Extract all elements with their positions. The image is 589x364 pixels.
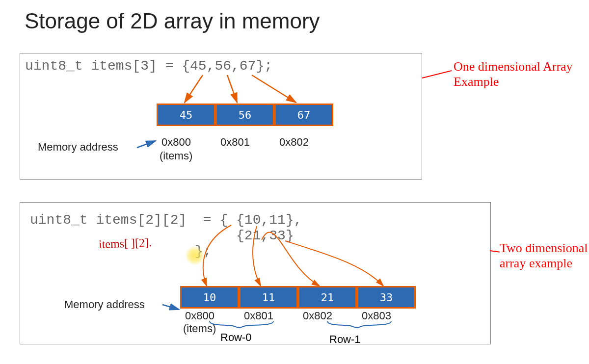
svg-line-3 — [137, 141, 156, 148]
addr-2: 0x802 — [276, 136, 335, 149]
cells-2d: 10 11 21 33 — [180, 286, 416, 309]
cursor-highlight — [185, 246, 205, 265]
example-2d-panel: uint8_t items[2][2] = { {10,11}, {21,33}… — [20, 202, 491, 344]
slide-title: Storage of 2D array in memory — [25, 9, 589, 33]
cell-0: 45 — [157, 104, 215, 126]
callout-1d: One dimensional Array Example — [454, 59, 573, 89]
addresses-1d: 0x800 0x801 0x802 — [159, 136, 335, 149]
callout-1d-line — [422, 70, 452, 78]
cell2-0: 10 — [180, 286, 239, 309]
svg-line-4 — [162, 305, 179, 310]
items-note-1: (items) — [160, 150, 192, 162]
svg-line-2 — [252, 75, 296, 103]
cell2-1: 11 — [239, 286, 298, 309]
svg-line-1 — [227, 75, 237, 103]
cell2-3: 33 — [357, 286, 416, 309]
addr-1: 0x801 — [217, 136, 276, 149]
cell-2: 67 — [274, 104, 333, 126]
code-1d: uint8_t items[3] = {45,56,67}; — [25, 58, 272, 74]
svg-line-0 — [185, 75, 203, 103]
callout-2d-line — [490, 250, 500, 252]
cell2-2: 21 — [298, 286, 357, 309]
code-2d-line1: uint8_t items[2][2] = { {10,11}, — [30, 212, 302, 228]
row-1-label: Row-1 — [329, 333, 361, 346]
example-1d-panel: uint8_t items[3] = {45,56,67}; 45 56 67 … — [20, 53, 422, 180]
code-2d-line2: {21,33} — [30, 228, 294, 243]
cells-1d: 45 56 67 — [157, 104, 333, 126]
cell-1: 56 — [215, 104, 274, 126]
callout-2d: Two dimensional array example — [500, 240, 588, 271]
handwriting-annotation: items[ ][2]. — [99, 236, 152, 251]
row-0-label: Row-0 — [220, 331, 252, 344]
memory-address-label-1: Memory address — [38, 141, 118, 154]
addr-0: 0x800 — [159, 136, 217, 149]
row-braces — [180, 319, 426, 339]
memory-address-label-2: Memory address — [64, 298, 145, 311]
